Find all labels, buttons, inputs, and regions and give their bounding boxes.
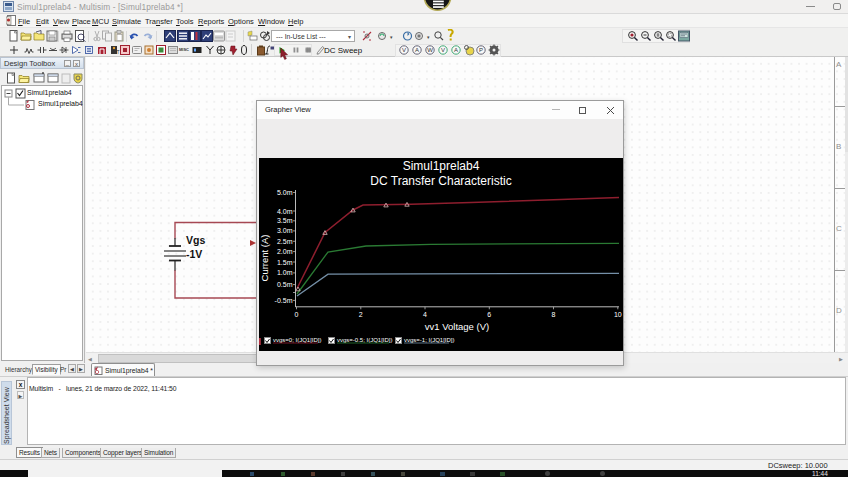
svg-text:10: 10 (614, 311, 622, 318)
svg-text:A: A (454, 47, 458, 53)
svg-text:vv1 Voltage (V): vv1 Voltage (V) (425, 321, 489, 332)
svg-text:W: W (427, 47, 433, 53)
svg-text:P: P (479, 47, 483, 53)
svg-text:Current (A): Current (A) (259, 235, 270, 282)
svg-text:6: 6 (487, 311, 491, 318)
svg-text:1.5m: 1.5m (277, 259, 293, 266)
svg-text:Simul1prelab4: Simul1prelab4 (403, 159, 480, 173)
svg-text:2.0m: 2.0m (277, 248, 293, 255)
svg-text:Vgs: Vgs (186, 234, 205, 246)
svg-text:vvgs=-1; I(JQ1[ID]): vvgs=-1; I(JQ1[ID]) (404, 337, 455, 343)
svg-text:4: 4 (423, 311, 427, 318)
svg-text:vvgs=0; I(JQ1[ID]): vvgs=0; I(JQ1[ID]) (273, 337, 322, 343)
svg-text:-0.5m: -0.5m (275, 297, 293, 304)
svg-text:8: 8 (552, 311, 556, 318)
svg-text:1.0m: 1.0m (277, 269, 293, 276)
svg-text:A: A (415, 47, 419, 53)
svg-text:0: 0 (295, 311, 299, 318)
svg-text:2.5m: 2.5m (277, 238, 293, 245)
svg-text:vvgs=-0.5; I(JQ1[ID]): vvgs=-0.5; I(JQ1[ID]) (337, 337, 393, 343)
svg-text:5.0m: 5.0m (277, 189, 293, 196)
svg-text:-1V: -1V (186, 248, 202, 260)
svg-text:V: V (402, 47, 406, 53)
svg-text:3.0m: 3.0m (277, 227, 293, 234)
svg-text:3.5m: 3.5m (277, 217, 293, 224)
svg-text:2: 2 (359, 311, 363, 318)
svg-text:DC Transfer Characteristic: DC Transfer Characteristic (370, 174, 511, 188)
svg-text:V: V (441, 47, 445, 53)
svg-text:4.0m: 4.0m (277, 208, 293, 215)
svg-text:0.5m: 0.5m (277, 281, 293, 288)
